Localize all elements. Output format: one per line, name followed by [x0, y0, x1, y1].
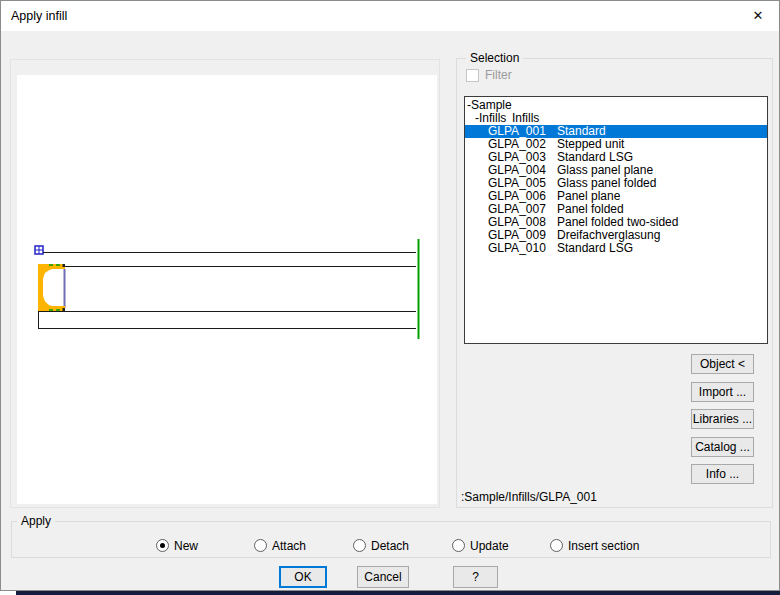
radio-label: Detach: [371, 539, 409, 553]
infill-listbox[interactable]: -Sample-InfillsInfillsGLPA_001StandardGL…: [464, 96, 768, 344]
list-item[interactable]: GLPA_010Standard LSG: [465, 242, 767, 255]
radio-insert-section[interactable]: Insert section: [550, 538, 639, 553]
profile-tip-mark-top: [63, 264, 66, 267]
radio-indicator: [550, 539, 563, 552]
window-title: Apply infill: [1, 9, 67, 23]
radio-attach[interactable]: Attach: [254, 538, 306, 553]
radio-new[interactable]: New: [156, 538, 198, 553]
profile-tip-mark-bottom: [63, 308, 66, 311]
close-icon[interactable]: ✕: [737, 1, 779, 30]
info-button[interactable]: Info ...: [691, 464, 754, 484]
radio-indicator: [452, 539, 465, 552]
filter-checkbox-row: Filter: [466, 68, 512, 82]
background-strip: [16, 591, 780, 595]
tree-root-row[interactable]: -Sample: [465, 99, 767, 112]
selected-path-label: :Sample/Infills/GLPA_001: [461, 490, 597, 504]
filter-checkbox[interactable]: [466, 69, 479, 82]
apply-group-label: Apply: [17, 514, 55, 528]
ok-button[interactable]: OK: [279, 566, 327, 588]
cancel-button[interactable]: Cancel: [357, 566, 409, 588]
item-code: GLPA_010: [488, 242, 546, 255]
help-button[interactable]: ?: [453, 566, 498, 588]
radio-label: Insert section: [568, 539, 639, 553]
radio-label: Attach: [272, 539, 306, 553]
profile-cross-section: [38, 264, 65, 311]
item-desc: Standard LSG: [557, 242, 633, 255]
radio-label: Update: [470, 539, 509, 553]
infill-section-drawing: [17, 75, 437, 504]
object-button[interactable]: Object <: [691, 354, 754, 374]
radio-detach[interactable]: Detach: [353, 538, 409, 553]
selection-group-label: Selection: [466, 51, 523, 65]
drawing-preview-canvas: [17, 75, 437, 504]
radio-indicator: [254, 539, 267, 552]
catalog-button[interactable]: Catalog ...: [691, 437, 754, 457]
filter-label: Filter: [485, 68, 512, 82]
libraries-button[interactable]: Libraries ...: [691, 409, 754, 429]
radio-indicator: [156, 539, 169, 552]
import-button[interactable]: Import ...: [691, 382, 754, 402]
apply-infill-dialog: Apply infill ✕: [0, 0, 780, 591]
radio-indicator: [353, 539, 366, 552]
titlebar[interactable]: Apply infill: [1, 1, 779, 31]
radio-update[interactable]: Update: [452, 538, 509, 553]
radio-label: New: [174, 539, 198, 553]
